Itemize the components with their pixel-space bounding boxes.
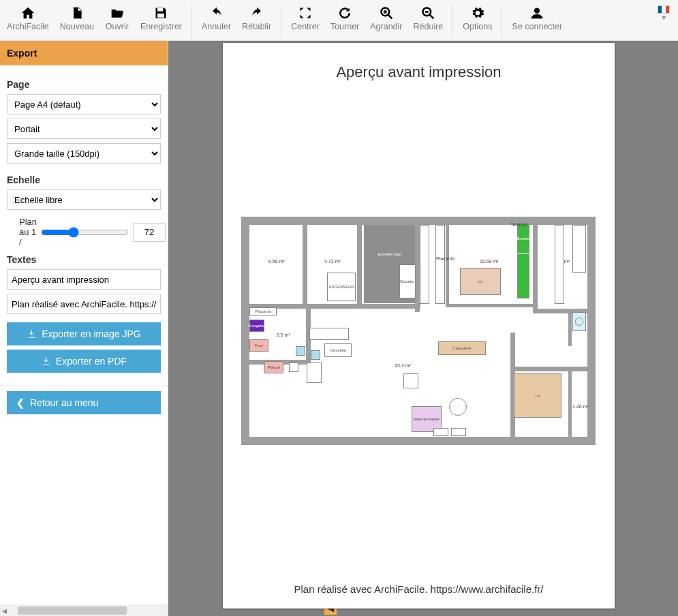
login-button[interactable]: Se connecter <box>506 3 568 34</box>
export-pdf-button[interactable]: Exporter en PDF <box>7 350 161 373</box>
sidebar-hscrollbar[interactable]: ◂ <box>0 604 168 616</box>
scale-value-input[interactable] <box>133 223 166 242</box>
room-area-label: 43.3 m² <box>395 363 411 368</box>
title-text-input[interactable] <box>7 269 161 290</box>
export-jpg-button[interactable]: Exporter en image JPG <box>7 322 161 345</box>
block <box>289 363 298 372</box>
block <box>311 350 320 360</box>
undo-button[interactable]: Annuler <box>196 3 236 34</box>
options-button[interactable]: Options <box>457 3 497 34</box>
toolbar-separator <box>502 5 502 38</box>
block <box>451 428 466 436</box>
toolbar-separator <box>281 5 281 38</box>
closet-4 <box>572 225 586 273</box>
open-button[interactable]: Ouvrir <box>99 3 135 34</box>
zoom-out-button[interactable]: Réduire <box>408 3 449 34</box>
user-icon <box>529 5 544 20</box>
texts-group-label: Textes <box>7 254 161 265</box>
sidebar: Export Page Page A4 (défaut) Portait Gra… <box>0 41 168 616</box>
preview-footer: Plan réalisé avec ArchiFacile. https://w… <box>223 583 615 595</box>
save-icon <box>153 5 168 20</box>
undo-icon <box>209 5 224 20</box>
preview-title: Aperçu avant impression <box>223 43 615 81</box>
footer-text-input[interactable] <box>7 294 161 314</box>
room-area-label: 10.69 m² <box>480 259 499 264</box>
board-label: Tableau <box>510 222 527 227</box>
closet-5: Placards <box>249 307 277 315</box>
bed: Lit <box>460 268 501 295</box>
home-button[interactable]: ArchiFacile <box>1 3 55 34</box>
table <box>403 373 418 388</box>
toolbar-separator <box>191 5 192 38</box>
language-button[interactable]: ▾ <box>651 3 677 25</box>
orientation-select[interactable]: Portait <box>7 119 161 139</box>
scale-slider[interactable] <box>41 227 129 238</box>
chevron-down-icon: ▾ <box>656 14 671 20</box>
sidebar-header: Export <box>0 41 168 65</box>
hob: Plaque <box>264 361 283 373</box>
room-area-label: 4.73 m² <box>324 259 341 264</box>
chevron-left-icon: ❮ <box>15 397 26 408</box>
toolbar-separator <box>452 5 453 38</box>
expand-icon <box>298 5 313 20</box>
desk: Bureau <box>517 224 529 253</box>
rotate-icon <box>337 5 352 20</box>
closet <box>420 225 429 304</box>
folder-open-icon <box>110 5 125 20</box>
svg-rect-0 <box>157 8 163 12</box>
back-button[interactable]: ❮ Retour au menu <box>7 391 161 414</box>
round-table <box>449 398 467 416</box>
room-area-label: 1.26 m² <box>572 404 589 409</box>
export-icon <box>41 356 52 367</box>
floor-plan: 6.56 m² 4.73 m² 10.69 m² 5.9 m² 8.5 m² 4… <box>241 217 596 445</box>
elevator: ASCENSEUR <box>327 273 356 301</box>
gear-icon <box>470 5 485 20</box>
export-icon <box>27 328 37 339</box>
bed-2: Lit <box>514 373 561 418</box>
closet <box>435 225 445 304</box>
file-icon <box>70 5 84 20</box>
scale-mode-select[interactable]: Echelle libre <box>7 189 161 210</box>
rotate-button[interactable]: Tourner <box>325 3 365 34</box>
desk-2 <box>517 253 529 298</box>
save-button[interactable]: Enregistrer <box>135 3 187 34</box>
redo-button[interactable]: Rétablir <box>236 3 277 34</box>
stair-block-2: Escalier <box>399 264 416 298</box>
resolution-select[interactable]: Grande taille (150dpi) <box>7 143 161 164</box>
dishwasher: Vaisselle <box>324 343 352 357</box>
new-button[interactable]: Nouveau <box>55 3 99 34</box>
closet-label: Placards <box>436 256 454 261</box>
print-preview-page: Aperçu avant impression <box>223 43 615 609</box>
closet-3 <box>555 225 564 304</box>
toolbar: ArchiFacile Nouveau Ouvrir Enregistrer A… <box>0 0 678 41</box>
zoom-in-icon <box>379 5 394 20</box>
toilet <box>572 312 586 331</box>
center-button[interactable]: Centrer <box>286 3 325 34</box>
scale-prefix-label: Plan au 1 / <box>19 217 37 247</box>
svg-line-7 <box>430 15 434 19</box>
svg-rect-1 <box>157 14 164 18</box>
page-group-label: Page <box>7 79 161 90</box>
room-area-label: 6.56 m² <box>268 259 285 264</box>
oven: Four <box>249 339 268 352</box>
counter <box>309 328 349 340</box>
zoom-out-icon <box>420 5 435 20</box>
redo-icon <box>249 5 264 20</box>
room-area-label: 8.5 m² <box>277 333 290 337</box>
sofa: Canapé-lit <box>438 341 486 355</box>
zoom-in-button[interactable]: Agrandir <box>365 3 407 34</box>
page-format-select[interactable]: Page A4 (défaut) <box>7 94 161 114</box>
svg-line-3 <box>388 15 392 19</box>
block <box>296 346 305 356</box>
block <box>433 428 448 436</box>
freezer: Congelat. <box>249 320 264 332</box>
block <box>307 363 322 383</box>
scale-group-label: Echelle <box>7 174 161 185</box>
home-icon <box>20 5 35 20</box>
svg-point-9 <box>534 8 540 14</box>
canvas-area[interactable]: ◀ Aperçu avant impression <box>168 41 678 616</box>
